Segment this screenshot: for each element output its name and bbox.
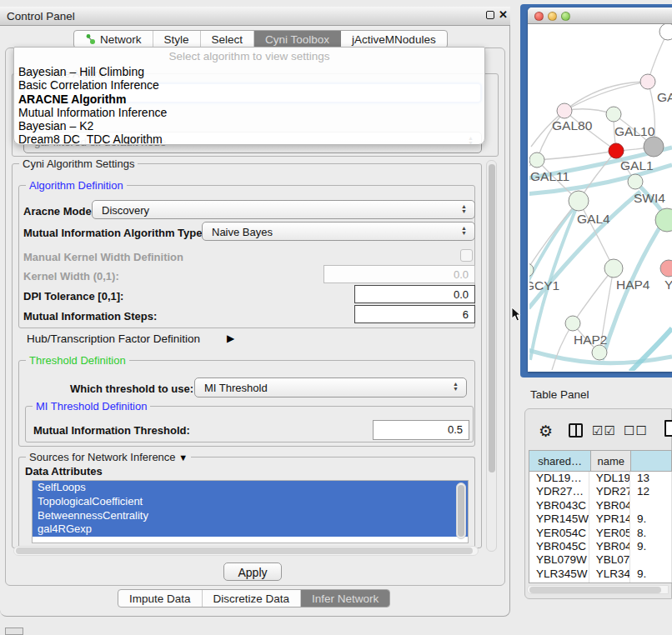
table-row[interactable]: YDL19…YDL19…13: [529, 472, 672, 485]
table-cell: YPR145W: [529, 512, 589, 526]
network-node[interactable]: [644, 137, 664, 157]
tab-infer-network[interactable]: Infer Network: [301, 590, 389, 607]
node-label: HAP2: [574, 332, 608, 347]
node-label: Y: [664, 278, 672, 292]
close-window-icon[interactable]: ✕: [499, 8, 508, 21]
node-table[interactable]: shared…name YDL19…YDL19…13YDR27…YDR27…12…: [529, 450, 672, 583]
table-row[interactable]: YBL079WYBL079W: [529, 553, 672, 567]
dpi-tolerance-label: DPI Tolerance [0,1]:: [23, 290, 123, 302]
data-attributes-label: Data Attributes: [25, 465, 103, 478]
table-row[interactable]: YBR045CYBR045C9.: [529, 540, 672, 553]
network-node-gal1[interactable]: [609, 143, 624, 158]
algorithm-option[interactable]: Bayesian – K2: [14, 119, 484, 132]
column-header-name[interactable]: name: [591, 451, 631, 471]
mi-threshold-input[interactable]: 0.5: [373, 420, 469, 440]
mi-steps-input[interactable]: 6: [354, 305, 475, 323]
attribute-item[interactable]: TopologicalCoefficient: [33, 495, 468, 509]
table-cell: YBR045C: [589, 540, 630, 553]
tab-select[interactable]: Select: [201, 31, 255, 48]
kernel-width-input[interactable]: 0.0: [323, 265, 475, 283]
expand-down-icon[interactable]: ▼: [178, 452, 188, 462]
sources-legend-text: Sources for Network Inference: [29, 451, 176, 463]
combo-stepper-icon: ▲▼: [461, 226, 467, 236]
which-threshold-combo[interactable]: MI Threshold ▲▼: [194, 378, 467, 398]
table-cell: YBL079W: [589, 553, 630, 567]
table-horizontal-scrollbar[interactable]: [527, 585, 669, 594]
tab-impute-data[interactable]: Impute Data: [118, 590, 203, 607]
manual-kernel-checkbox[interactable]: [460, 249, 473, 262]
network-node-hap2[interactable]: [565, 316, 580, 331]
split-columns-icon[interactable]: [569, 423, 583, 438]
mi-type-value: Naive Bayes: [212, 226, 273, 238]
document-icon[interactable]: [664, 420, 672, 437]
tab-discretize-data[interactable]: Discretize Data: [203, 590, 302, 607]
kernel-width-label: Kernel Width (0,1):: [23, 270, 119, 282]
node-label: SWI4: [634, 191, 665, 205]
algorithm-option[interactable]: Bayesian – Hill Climbing: [14, 65, 484, 78]
table-row[interactable]: YLR345WYLR345W9.: [529, 568, 672, 581]
table-cell: YPR145W: [589, 512, 630, 526]
network-node[interactable]: [592, 345, 607, 360]
tab-label: Select: [212, 33, 243, 46]
settings-vertical-scrollbar[interactable]: [486, 160, 497, 552]
network-node-gal[interactable]: [640, 74, 655, 89]
table-row[interactable]: YDR27…YDR27…12: [529, 485, 672, 498]
network-node-gal4[interactable]: [569, 191, 589, 211]
algorithm-option[interactable]: Mutual Information Inference: [14, 106, 484, 119]
expand-right-icon[interactable]: ▶: [227, 332, 234, 344]
which-threshold-label: Which threshold to use:: [70, 382, 193, 395]
tab-label: jActiveMNodules: [352, 33, 436, 46]
network-node-gal80[interactable]: [557, 103, 572, 118]
column-header-hidden[interactable]: [631, 451, 672, 471]
gear-icon[interactable]: ⚙: [539, 422, 553, 441]
table-cell: YBL079W: [529, 553, 589, 567]
checked-pair-icon[interactable]: ☑☑: [592, 423, 616, 438]
settings-horizontal-scrollbar[interactable]: [13, 546, 479, 556]
table-cell: YDR27…: [529, 485, 589, 498]
algorithm-dropdown-list: Select algorithm to view settings Bayesi…: [13, 47, 485, 145]
column-header-shared…[interactable]: shared…: [529, 451, 591, 471]
table-cell: YER054C: [589, 527, 630, 540]
apply-button[interactable]: Apply: [223, 562, 282, 581]
tab-cyni-toolbox[interactable]: Cyni Toolbox: [254, 31, 341, 48]
table-cell: YBR043C: [589, 499, 630, 512]
attribute-item[interactable]: SelfLoops: [33, 481, 468, 495]
table-cell: YBR045C: [529, 540, 589, 553]
network-node-hap4[interactable]: [604, 259, 623, 278]
attribute-item[interactable]: BetweennessCentrality: [33, 509, 468, 523]
table-row[interactable]: YIL052CYIL052C9: [529, 581, 672, 583]
node-label: GAL4: [577, 212, 610, 226]
network-node-gal11[interactable]: [529, 152, 544, 168]
table-row[interactable]: YBR043CYBR043C: [529, 499, 672, 512]
algorithm-option[interactable]: Basic Correlation Inference: [14, 78, 484, 92]
data-attributes-list[interactable]: SelfLoopsTopologicalCoefficientBetweenne…: [32, 480, 469, 543]
algorithm-option[interactable]: Dream8 DC_TDC Algorithm: [14, 132, 484, 145]
network-node[interactable]: [628, 174, 643, 189]
manual-kernel-label: Manual Kernel Width Definition: [23, 251, 183, 263]
float-window-icon[interactable]: [486, 11, 494, 19]
table-panel-title: Table Panel: [530, 388, 589, 401]
tab-network[interactable]: Network: [74, 31, 153, 48]
tab-label: Cyni Toolbox: [265, 33, 329, 46]
close-traffic-light-icon[interactable]: [534, 12, 544, 21]
mouse-cursor: [511, 307, 522, 322]
tab-jactivemnodules[interactable]: jActiveMNodules: [341, 31, 447, 48]
table-row[interactable]: YPR145WYPR145W9.: [529, 512, 672, 526]
network-node-gal10[interactable]: [606, 107, 621, 122]
unchecked-pair-icon[interactable]: ☐☐: [624, 423, 648, 438]
table-cell: YER054C: [529, 527, 589, 540]
attributes-vertical-scrollbar[interactable]: [456, 482, 466, 539]
mi-type-label: Mutual Information Algorithm Type:: [23, 227, 206, 239]
mi-type-combo[interactable]: Naive Bayes ▲▼: [202, 222, 475, 241]
dpi-tolerance-input[interactable]: 0.0: [354, 285, 475, 303]
attribute-item[interactable]: gal4RGexp: [33, 522, 468, 537]
table-row[interactable]: YER054CYER054C8.: [529, 527, 672, 540]
network-canvas[interactable]: GALGAL80GAL10GAL1GAL11SWI4GAL4GCY1HAP4YH…: [529, 24, 672, 371]
threshold-definition-legend: Threshold Definition: [26, 354, 129, 367]
algorithm-option[interactable]: ARACNE Algorithm: [14, 92, 484, 106]
zoom-traffic-light-icon[interactable]: [561, 12, 570, 21]
minimize-traffic-light-icon[interactable]: [548, 12, 557, 21]
table-header-row: shared…name: [529, 451, 672, 472]
tab-style[interactable]: Style: [153, 31, 201, 48]
aracne-mode-combo[interactable]: Discovery ▲▼: [92, 200, 475, 219]
